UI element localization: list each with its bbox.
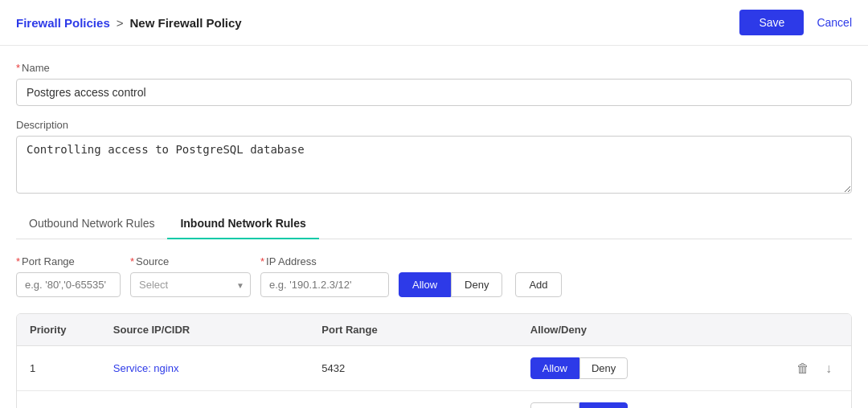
description-field-group: Description Controlling access to Postgr… <box>16 119 852 196</box>
breadcrumb-separator: > <box>117 16 124 30</box>
page-content: *Name Description Controlling access to … <box>0 46 868 408</box>
col-header-port: Port Range <box>309 314 518 346</box>
col-header-source: Source IP/CIDR <box>100 314 309 346</box>
row1-source: Service: nginx <box>100 346 309 391</box>
row2-allow-button[interactable]: Allow <box>530 402 579 408</box>
table-row: 2 Anywhere 5432 Allow Deny 🗑 <box>17 391 851 409</box>
row2-deny-button[interactable]: Deny <box>579 402 628 408</box>
header-actions: Save Cancel <box>739 10 852 35</box>
row2-actions: 🗑 ↑ <box>747 391 851 409</box>
breadcrumb-firewall-policies[interactable]: Firewall Policies <box>16 16 110 30</box>
rules-table-body: 1 Service: nginx 5432 Allow Deny 🗑 <box>17 346 851 409</box>
row2-move-up-button[interactable]: ↑ <box>819 403 838 409</box>
breadcrumb: Firewall Policies > New Firewall Policy <box>16 16 242 30</box>
table-row: 1 Service: nginx 5432 Allow Deny 🗑 <box>17 346 851 391</box>
row1-allow-button[interactable]: Allow <box>530 357 579 379</box>
col-header-priority: Priority <box>17 314 100 346</box>
allow-deny-toggle: Allow Deny <box>399 272 502 297</box>
source-select-wrapper: Select ▼ <box>130 272 251 297</box>
col-header-allowdeny: Allow/Deny <box>518 314 747 346</box>
add-rule-form: *Port Range *Source Select ▼ *IP Address… <box>16 255 852 297</box>
source-label: *Source <box>130 255 251 267</box>
row1-actions: 🗑 ↓ <box>747 346 851 391</box>
name-field-group: *Name <box>16 62 852 106</box>
ip-required-marker: * <box>260 255 264 267</box>
rules-table: Priority Source IP/CIDR Port Range Allow… <box>17 314 851 408</box>
source-select[interactable]: Select <box>130 272 251 297</box>
rules-table-header: Priority Source IP/CIDR Port Range Allow… <box>17 314 851 346</box>
save-button[interactable]: Save <box>739 10 804 35</box>
port-range-input[interactable] <box>16 272 121 297</box>
row1-port-range: 5432 <box>309 346 518 391</box>
port-range-required-marker: * <box>16 255 20 267</box>
name-input[interactable] <box>16 79 852 106</box>
row2-allow-deny: Allow Deny <box>518 391 747 409</box>
col-header-actions <box>747 314 851 346</box>
row2-action-cell: 🗑 ↑ <box>760 403 838 409</box>
tab-inbound[interactable]: Inbound Network Rules <box>167 209 318 239</box>
source-field: *Source Select ▼ <box>130 255 251 297</box>
allow-button[interactable]: Allow <box>399 272 451 297</box>
row1-move-down-button[interactable]: ↓ <box>819 358 838 379</box>
row1-allow-deny-group: Allow Deny <box>530 357 734 379</box>
description-label: Description <box>16 119 852 131</box>
ip-address-field: *IP Address <box>260 255 389 297</box>
row2-port-range: 5432 <box>309 391 518 409</box>
cancel-button[interactable]: Cancel <box>817 16 852 29</box>
name-required-marker: * <box>16 62 20 74</box>
row1-action-cell: 🗑 ↓ <box>760 358 838 379</box>
source-required-marker: * <box>130 255 134 267</box>
row1-delete-button[interactable]: 🗑 <box>790 358 816 379</box>
row2-source: Anywhere <box>100 391 309 409</box>
row1-priority: 1 <box>17 346 100 391</box>
port-range-field: *Port Range <box>16 255 121 297</box>
breadcrumb-current-page: New Firewall Policy <box>129 16 241 30</box>
network-rules-tabs: Outbound Network Rules Inbound Network R… <box>16 209 852 239</box>
row1-source-link[interactable]: Service: nginx <box>113 362 179 374</box>
row2-priority: 2 <box>17 391 100 409</box>
port-range-label: *Port Range <box>16 255 121 267</box>
description-input[interactable]: Controlling access to PostgreSQL databas… <box>16 136 852 194</box>
row1-allow-deny: Allow Deny <box>518 346 747 391</box>
row2-allow-deny-group: Allow Deny <box>530 402 734 408</box>
name-label: *Name <box>16 62 852 74</box>
deny-button[interactable]: Deny <box>451 272 502 297</box>
ip-address-input[interactable] <box>260 272 389 297</box>
rules-table-container: Priority Source IP/CIDR Port Range Allow… <box>16 313 852 408</box>
tab-outbound[interactable]: Outbound Network Rules <box>16 209 167 239</box>
add-button[interactable]: Add <box>515 272 561 297</box>
page-header: Firewall Policies > New Firewall Policy … <box>0 0 868 46</box>
row2-delete-button[interactable]: 🗑 <box>790 403 816 409</box>
row1-deny-button[interactable]: Deny <box>579 357 628 379</box>
ip-address-label: *IP Address <box>260 255 389 267</box>
